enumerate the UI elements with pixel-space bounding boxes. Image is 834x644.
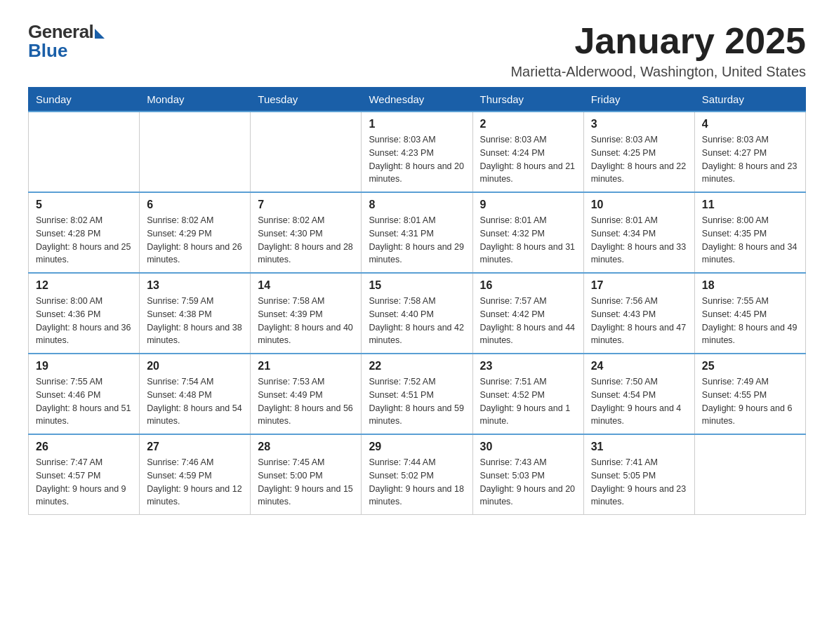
calendar-cell: 28Sunrise: 7:45 AM Sunset: 5:00 PM Dayli… [251, 434, 362, 515]
weekday-header-saturday: Saturday [694, 88, 805, 112]
day-number: 9 [480, 199, 576, 211]
day-info: Sunrise: 7:50 AM Sunset: 4:54 PM Dayligh… [591, 375, 687, 428]
calendar-cell: 4Sunrise: 8:03 AM Sunset: 4:27 PM Daylig… [694, 112, 805, 192]
day-number: 17 [591, 279, 687, 292]
calendar-cell [140, 112, 251, 192]
day-info: Sunrise: 7:53 AM Sunset: 4:49 PM Dayligh… [258, 375, 354, 428]
day-number: 10 [591, 199, 687, 211]
calendar-cell: 16Sunrise: 7:57 AM Sunset: 4:42 PM Dayli… [472, 273, 583, 354]
calendar-week-row: 19Sunrise: 7:55 AM Sunset: 4:46 PM Dayli… [29, 354, 806, 434]
calendar-cell: 26Sunrise: 7:47 AM Sunset: 4:57 PM Dayli… [29, 434, 140, 515]
day-info: Sunrise: 7:51 AM Sunset: 4:52 PM Dayligh… [480, 375, 576, 428]
day-number: 4 [702, 118, 798, 130]
calendar-cell: 2Sunrise: 8:03 AM Sunset: 4:24 PM Daylig… [472, 112, 583, 192]
weekday-header-monday: Monday [140, 88, 251, 112]
day-info: Sunrise: 7:43 AM Sunset: 5:03 PM Dayligh… [480, 456, 576, 509]
calendar-cell: 10Sunrise: 8:01 AM Sunset: 4:34 PM Dayli… [583, 192, 694, 273]
day-info: Sunrise: 8:03 AM Sunset: 4:24 PM Dayligh… [480, 133, 576, 186]
calendar-cell: 7Sunrise: 8:02 AM Sunset: 4:30 PM Daylig… [251, 192, 362, 273]
day-info: Sunrise: 7:52 AM Sunset: 4:51 PM Dayligh… [369, 375, 465, 428]
day-number: 18 [702, 279, 798, 292]
day-info: Sunrise: 7:57 AM Sunset: 4:42 PM Dayligh… [480, 295, 576, 347]
day-number: 26 [36, 441, 132, 453]
day-number: 22 [369, 360, 465, 373]
calendar-cell: 24Sunrise: 7:50 AM Sunset: 4:54 PM Dayli… [583, 354, 694, 434]
calendar-cell: 19Sunrise: 7:55 AM Sunset: 4:46 PM Dayli… [29, 354, 140, 434]
day-info: Sunrise: 8:02 AM Sunset: 4:28 PM Dayligh… [36, 214, 132, 267]
day-number: 7 [258, 199, 354, 211]
calendar-cell [694, 434, 805, 515]
day-number: 24 [591, 360, 687, 373]
day-info: Sunrise: 7:49 AM Sunset: 4:55 PM Dayligh… [702, 375, 798, 428]
calendar-cell: 30Sunrise: 7:43 AM Sunset: 5:03 PM Dayli… [472, 434, 583, 515]
day-number: 12 [36, 279, 132, 292]
calendar-cell: 8Sunrise: 8:01 AM Sunset: 4:31 PM Daylig… [362, 192, 472, 273]
day-info: Sunrise: 7:46 AM Sunset: 4:59 PM Dayligh… [147, 456, 243, 509]
location-title: Marietta-Alderwood, Washington, United S… [510, 64, 806, 80]
calendar-week-row: 26Sunrise: 7:47 AM Sunset: 4:57 PM Dayli… [29, 434, 806, 515]
day-number: 30 [480, 441, 576, 453]
calendar-cell: 15Sunrise: 7:58 AM Sunset: 4:40 PM Dayli… [362, 273, 472, 354]
calendar-cell: 25Sunrise: 7:49 AM Sunset: 4:55 PM Dayli… [694, 354, 805, 434]
day-number: 1 [369, 118, 465, 130]
day-info: Sunrise: 7:58 AM Sunset: 4:40 PM Dayligh… [369, 295, 465, 347]
day-info: Sunrise: 7:55 AM Sunset: 4:45 PM Dayligh… [702, 295, 798, 347]
day-info: Sunrise: 7:41 AM Sunset: 5:05 PM Dayligh… [591, 456, 687, 509]
day-info: Sunrise: 7:56 AM Sunset: 4:43 PM Dayligh… [591, 295, 687, 347]
logo: General Blue [28, 21, 105, 62]
logo-blue-text: Blue [28, 40, 67, 62]
logo-arrow-icon [95, 29, 105, 39]
day-number: 11 [702, 199, 798, 211]
weekday-header-sunday: Sunday [29, 88, 140, 112]
day-number: 15 [369, 279, 465, 292]
title-block: January 2025 Marietta-Alderwood, Washing… [510, 21, 806, 80]
day-number: 21 [258, 360, 354, 373]
day-number: 19 [36, 360, 132, 373]
day-number: 23 [480, 360, 576, 373]
day-info: Sunrise: 8:01 AM Sunset: 4:31 PM Dayligh… [369, 214, 465, 267]
day-info: Sunrise: 8:01 AM Sunset: 4:32 PM Dayligh… [480, 214, 576, 267]
day-info: Sunrise: 8:03 AM Sunset: 4:23 PM Dayligh… [369, 133, 465, 186]
day-info: Sunrise: 8:00 AM Sunset: 4:35 PM Dayligh… [702, 214, 798, 267]
page-header: General Blue January 2025 Marietta-Alder… [28, 21, 806, 80]
day-info: Sunrise: 8:03 AM Sunset: 4:27 PM Dayligh… [702, 133, 798, 186]
day-info: Sunrise: 8:01 AM Sunset: 4:34 PM Dayligh… [591, 214, 687, 267]
day-info: Sunrise: 7:47 AM Sunset: 4:57 PM Dayligh… [36, 456, 132, 509]
day-number: 14 [258, 279, 354, 292]
calendar-cell: 27Sunrise: 7:46 AM Sunset: 4:59 PM Dayli… [140, 434, 251, 515]
day-number: 8 [369, 199, 465, 211]
calendar-cell [29, 112, 140, 192]
day-number: 16 [480, 279, 576, 292]
calendar-cell: 12Sunrise: 8:00 AM Sunset: 4:36 PM Dayli… [29, 273, 140, 354]
day-info: Sunrise: 8:03 AM Sunset: 4:25 PM Dayligh… [591, 133, 687, 186]
day-info: Sunrise: 8:02 AM Sunset: 4:30 PM Dayligh… [258, 214, 354, 267]
day-info: Sunrise: 7:59 AM Sunset: 4:38 PM Dayligh… [147, 295, 243, 347]
day-info: Sunrise: 7:45 AM Sunset: 5:00 PM Dayligh… [258, 456, 354, 509]
day-number: 28 [258, 441, 354, 453]
calendar-cell: 21Sunrise: 7:53 AM Sunset: 4:49 PM Dayli… [251, 354, 362, 434]
calendar-cell: 3Sunrise: 8:03 AM Sunset: 4:25 PM Daylig… [583, 112, 694, 192]
calendar-cell: 23Sunrise: 7:51 AM Sunset: 4:52 PM Dayli… [472, 354, 583, 434]
day-info: Sunrise: 8:00 AM Sunset: 4:36 PM Dayligh… [36, 295, 132, 347]
day-number: 5 [36, 199, 132, 211]
day-info: Sunrise: 7:54 AM Sunset: 4:48 PM Dayligh… [147, 375, 243, 428]
day-number: 31 [591, 441, 687, 453]
day-number: 6 [147, 199, 243, 211]
calendar-cell: 1Sunrise: 8:03 AM Sunset: 4:23 PM Daylig… [362, 112, 472, 192]
weekday-header-tuesday: Tuesday [251, 88, 362, 112]
calendar-cell: 6Sunrise: 8:02 AM Sunset: 4:29 PM Daylig… [140, 192, 251, 273]
calendar-cell: 22Sunrise: 7:52 AM Sunset: 4:51 PM Dayli… [362, 354, 472, 434]
calendar-cell: 13Sunrise: 7:59 AM Sunset: 4:38 PM Dayli… [140, 273, 251, 354]
calendar-cell: 11Sunrise: 8:00 AM Sunset: 4:35 PM Dayli… [694, 192, 805, 273]
month-title: January 2025 [510, 21, 806, 61]
day-info: Sunrise: 8:02 AM Sunset: 4:29 PM Dayligh… [147, 214, 243, 267]
day-info: Sunrise: 7:58 AM Sunset: 4:39 PM Dayligh… [258, 295, 354, 347]
calendar-table: SundayMondayTuesdayWednesdayThursdayFrid… [28, 87, 806, 515]
day-number: 20 [147, 360, 243, 373]
calendar-cell: 20Sunrise: 7:54 AM Sunset: 4:48 PM Dayli… [140, 354, 251, 434]
weekday-header-wednesday: Wednesday [362, 88, 472, 112]
day-info: Sunrise: 7:55 AM Sunset: 4:46 PM Dayligh… [36, 375, 132, 428]
calendar-cell: 9Sunrise: 8:01 AM Sunset: 4:32 PM Daylig… [472, 192, 583, 273]
calendar-header-row: SundayMondayTuesdayWednesdayThursdayFrid… [29, 88, 806, 112]
calendar-cell: 31Sunrise: 7:41 AM Sunset: 5:05 PM Dayli… [583, 434, 694, 515]
